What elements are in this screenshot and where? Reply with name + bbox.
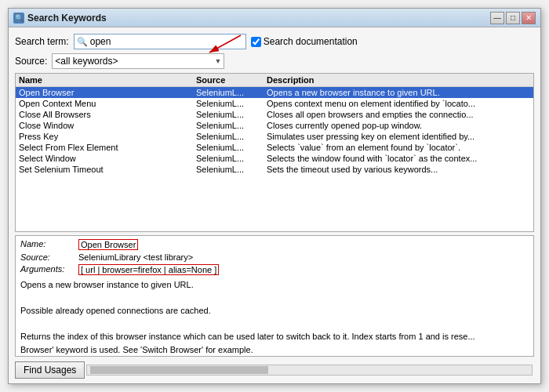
find-usages-button[interactable]: Find Usages [15,361,85,379]
search-doc-wrap: Search documentation [251,36,358,47]
col-header-name: Name [16,75,196,85]
content-area: Search term: 🔍 Search documentation [9,27,540,383]
table-row[interactable]: Close All Browsers SeleniumL... Closes a… [16,109,533,120]
desc-line-1: Opens a new browser instance to given UR… [20,280,194,289]
table-row[interactable]: Select Window SeleniumL... Selects the w… [16,153,533,164]
detail-source-value: SeleniumLibrary <test library> [78,252,193,262]
row-source: SeleniumL... [196,99,267,108]
desc-line-4: Browser' keyword is used. See 'Switch Br… [20,345,253,354]
minimize-button[interactable]: — [490,12,504,24]
row-source: SeleniumL... [196,121,267,130]
row-name: Close Window [16,121,196,130]
row-name: Open Browser [16,88,196,97]
search-box[interactable]: 🔍 [74,34,246,49]
detail-name-value: Open Browser [78,239,138,250]
title-bar: 🔍 Search Keywords — □ ✕ [9,9,540,27]
table-row[interactable]: Close Window SeleniumL... Closes current… [16,120,533,131]
table-header: Name Source Description [16,74,533,87]
detail-scroll[interactable]: Name: Open Browser Source: SeleniumLibra… [16,236,533,356]
detail-source-label: Source: [20,252,75,262]
results-table: Name Source Description Open Browser Sel… [15,73,534,232]
detail-arguments-label: Arguments: [20,264,75,274]
scrollbar-thumb [90,366,268,374]
detail-description: Opens a new browser instance to given UR… [20,278,529,356]
desc-line-2: Possible already opened connections are … [20,306,211,315]
bottom-bar: Find Usages [15,360,534,380]
main-window: 🔍 Search Keywords — □ ✕ Search term: 🔍 [8,8,541,384]
maximize-button[interactable]: □ [506,12,520,24]
row-name: Open Context Menu [16,99,196,108]
horizontal-scrollbar[interactable] [86,365,533,376]
source-dropdown[interactable]: <all keywords> ▼ [52,53,224,69]
row-name: Close All Browsers [16,110,196,119]
row-description: Closes all open browsers and empties the… [267,110,533,119]
row-description: Opens context menu on element identified… [267,99,533,108]
row-source: SeleniumL... [196,143,267,152]
detail-section: Name: Open Browser Source: SeleniumLibra… [15,235,534,357]
title-buttons: — □ ✕ [490,12,536,24]
row-name: Set Selenium Timeout [16,165,196,174]
row-source: SeleniumL... [196,154,267,163]
detail-name-label: Name: [20,239,75,249]
row-description: Selects the window found with `locator` … [267,154,533,163]
table-row[interactable]: Press Key SeleniumL... Simulates user pr… [16,131,533,142]
row-description: Closes currently opened pop-up window. [267,121,533,130]
search-doc-label: Search documentation [264,36,358,47]
row-description: Sets the timeout used by various keyword… [267,165,533,174]
detail-arguments-row: Arguments: [ url | browser=firefox | ali… [20,264,529,275]
row-source: SeleniumL... [196,88,267,97]
desc-line-3: Returns the index of this browser instan… [20,332,475,341]
row-source: SeleniumL... [196,110,267,119]
search-icon: 🔍 [77,37,88,47]
search-term-row: Search term: 🔍 Search documentation [15,34,534,49]
window-title: Search Keywords [27,13,107,24]
search-doc-checkbox[interactable] [251,37,261,47]
table-row[interactable]: Set Selenium Timeout SeleniumL... Sets t… [16,164,533,175]
window-icon: 🔍 [13,13,24,24]
title-bar-left: 🔍 Search Keywords [13,13,107,24]
table-row[interactable]: Select From Flex Element SeleniumL... Se… [16,142,533,153]
row-name: Select From Flex Element [16,143,196,152]
col-header-source: Source [196,75,267,85]
source-value: <all keywords> [55,56,118,67]
search-term-label: Search term: [15,36,69,47]
row-name: Press Key [16,132,196,141]
detail-arguments-value: [ url | browser=firefox | alias=None ] [78,264,219,275]
row-source: SeleniumL... [196,165,267,174]
results-scroll[interactable]: Open Browser SeleniumL... Opens a new br… [16,87,533,231]
detail-name-row: Name: Open Browser [20,239,529,250]
row-source: SeleniumL... [196,132,267,141]
col-header-description: Description [267,75,533,85]
table-row[interactable]: Open Browser SeleniumL... Opens a new br… [16,87,533,98]
detail-source-row: Source: SeleniumLibrary <test library> [20,252,529,262]
chevron-down-icon: ▼ [214,57,221,65]
row-name: Select Window [16,154,196,163]
table-row[interactable]: Open Context Menu SeleniumL... Opens con… [16,98,533,109]
close-button[interactable]: ✕ [522,12,536,24]
row-description: Simulates user pressing key on element i… [267,132,533,141]
source-row: Source: <all keywords> ▼ [15,53,534,69]
row-description: Opens a new browser instance to given UR… [267,88,533,97]
search-input[interactable] [90,36,243,47]
source-label: Source: [15,56,47,67]
row-description: Selects `value` from an element found by… [267,143,533,152]
